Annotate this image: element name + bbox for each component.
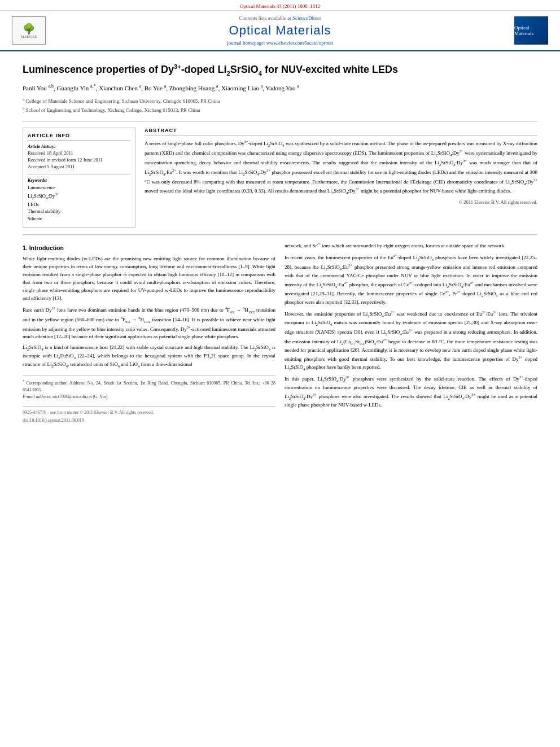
abstract-box: ABSTRACT A series of single-phase full c… — [145, 128, 537, 228]
keywords-list: Luminescence Li2SrSiO4:Dy3+ LEDs Thermal… — [28, 184, 130, 222]
page: Optical Materials 33 (2011) 1808–1812 🌳 … — [0, 0, 560, 747]
received-date: Received 18 April 2011 — [28, 150, 130, 157]
article-info-title: ARTICLE INFO — [28, 133, 130, 141]
article-content: Luminescence properties of Dy3+-doped Li… — [0, 51, 560, 435]
journal-center-info: Contents lists available at ScienceDirec… — [49, 15, 511, 46]
body-p4: network, and Sr2+ ions which are surroun… — [285, 241, 537, 250]
history-label: Article history: — [28, 144, 130, 149]
journal-citation: Optical Materials 33 (2011) 1808–1812 — [240, 3, 321, 9]
body-col-left: 1. Introduction White light-emitting dio… — [23, 241, 275, 425]
optical-materials-logo-box: Optical Materials — [514, 16, 548, 45]
om-logo-text: Optical Materials — [514, 25, 548, 36]
abstract-text: A series of single-phase full color phos… — [145, 139, 537, 196]
revised-date: Received in revised form 12 June 2011 — [28, 157, 130, 164]
elsevier-wordmark: ELSEVIER — [21, 35, 37, 38]
keyword-3: LEDs — [28, 201, 130, 208]
body-two-col: 1. Introduction White light-emitting dio… — [23, 241, 537, 425]
journal-logo-right: Optical Materials — [511, 16, 551, 45]
homepage-link[interactable]: journal homepage: www.elsevier.com/locat… — [227, 40, 333, 46]
info-divider — [28, 174, 130, 174]
section1-heading: 1. Introduction — [23, 243, 275, 252]
affiliation-b: b School of Engineering and Technology, … — [23, 106, 537, 115]
keyword-2: Li2SrSiO4:Dy3+ — [28, 191, 130, 201]
info-abstract-row: ARTICLE INFO Article history: Received 1… — [23, 128, 537, 228]
authors-line: Panli You a,b, Guangfu Yin a,*, Xianchun… — [23, 83, 537, 93]
article-title: Luminescence properties of Dy3+-doped Li… — [23, 63, 537, 77]
body-p5: In recent years, the luminescent propert… — [285, 253, 537, 307]
affiliation-a: a College of Materials Science and Engin… — [23, 97, 537, 106]
body-p3: Li2SrSiO4 is a kind of luminescence host… — [23, 344, 275, 369]
sciencedirect-line: Contents lists available at ScienceDirec… — [49, 15, 511, 21]
elsevier-logo-box: 🌳 ELSEVIER — [12, 16, 46, 45]
issn-line: 0925-3467/$ – see front matter © 2011 El… — [23, 409, 275, 416]
keyword-4: Thermal stability — [28, 208, 130, 215]
keyword-5: Silicate — [28, 215, 130, 222]
journal-citation-bar: Optical Materials 33 (2011) 1808–1812 — [0, 0, 560, 11]
accepted-date: Accepted 5 August 2011 — [28, 164, 130, 171]
affiliations: a College of Materials Science and Engin… — [23, 97, 537, 114]
tree-icon: 🌳 — [23, 23, 35, 35]
body-p1: White light-emitting diodes (w-LEDs) are… — [23, 255, 275, 303]
section-divider-top — [23, 121, 537, 122]
bottom-bar: 0925-3467/$ – see front matter © 2011 El… — [23, 406, 275, 425]
body-p6: However, the emission properties of Li2S… — [285, 309, 537, 372]
journal-header: 🌳 ELSEVIER Contents lists available at S… — [0, 11, 560, 51]
copyright-line: © 2011 Elsevier B.V. All rights reserved… — [145, 199, 537, 205]
footnote-star: * Corresponding author. Address: No. 24,… — [23, 379, 275, 394]
keyword-1: Luminescence — [28, 184, 130, 191]
elsevier-logo: 🌳 ELSEVIER — [9, 16, 49, 45]
journal-homepage: journal homepage: www.elsevier.com/locat… — [49, 40, 511, 46]
footnote-area: * Corresponding author. Address: No. 24,… — [23, 375, 275, 400]
body-p2: Rare earth Dy3+ ions have two dominant e… — [23, 305, 275, 342]
body-p7: In this paper, Li2SrSiO4:Dy3+ phosphors … — [285, 374, 537, 409]
section-divider-body — [23, 234, 537, 235]
abstract-title: ABSTRACT — [145, 128, 537, 136]
sciencedirect-link[interactable]: ScienceDirect — [292, 15, 321, 21]
body-col-right: network, and Sr2+ ions which are surroun… — [285, 241, 537, 425]
article-info-box: ARTICLE INFO Article history: Received 1… — [23, 128, 135, 228]
journal-title: Optical Materials — [49, 23, 511, 38]
footnote-email: E-mail address: nict7000@scu.edu.cn (G. … — [23, 394, 275, 400]
doi-line: doi:10.1016/j.optmat.2011.06.018 — [23, 417, 275, 424]
keywords-label: Keywords: — [28, 178, 130, 183]
